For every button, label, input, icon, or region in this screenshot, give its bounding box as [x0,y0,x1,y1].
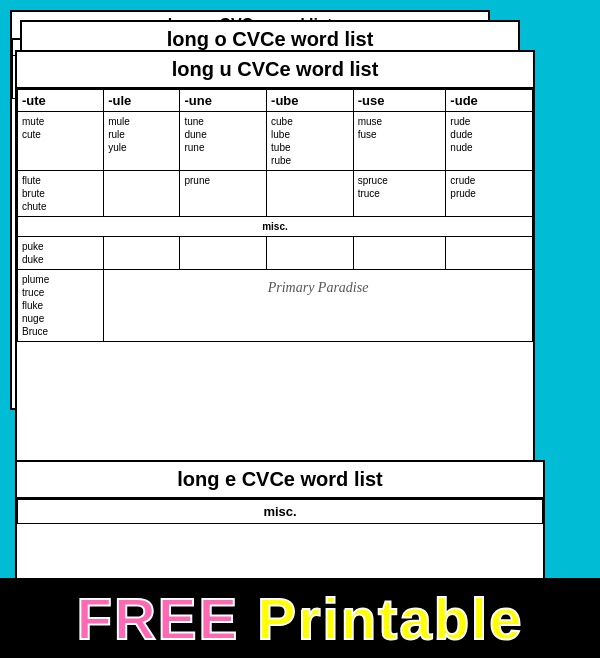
cell-empty-misc5 [446,237,533,270]
col-ude: -ude [446,90,533,112]
misc-row: misc. [18,217,533,237]
cell-ube-2 [267,171,354,217]
free-printable-banner: FREE Printable [0,578,600,658]
long-u-title: long u CVCe word list [17,52,533,89]
cell-empty-misc3 [267,237,354,270]
cell-ude-1: rudedudenude [446,112,533,171]
long-u-table: -ute -ule -une -ube -use -ude mutecute m… [17,89,533,342]
space-text [239,585,257,652]
brand-name: Primary Paradise [108,273,528,303]
cell-use-2: sprucetruce [353,171,446,217]
cell-misc-words2: plumetruceflukenugeBruce [18,270,104,342]
cell-empty-misc [104,237,180,270]
printable-text: Printable [257,585,523,652]
cell-empty-misc2 [180,237,267,270]
cell-ube-1: cubelubetuberube [267,112,354,171]
cell-ude-2: crudeprude [446,171,533,217]
col-use: -use [353,90,446,112]
brand-cell: Primary Paradise [104,270,533,342]
cell-ute-2: flutebrutechute [18,171,104,217]
cell-ule-2 [104,171,180,217]
cell-use-1: musefuse [353,112,446,171]
cell-une-2: prune [180,171,267,217]
col-ule: -ule [104,90,180,112]
cell-une-1: tunedunerune [180,112,267,171]
col-ube: -ube [267,90,354,112]
cell-empty-misc4 [353,237,446,270]
col-une: -une [180,90,267,112]
col-ute: -ute [18,90,104,112]
long-e-title: long e CVCe word list [17,462,543,499]
cell-ule-1: muleruleyule [104,112,180,171]
long-u-card: long u CVCe word list -ute -ule -une -ub… [15,50,535,500]
free-text: FREE [77,585,240,652]
cell-ute-1: mutecute [18,112,104,171]
long-e-misc: misc. [17,499,543,524]
cell-misc-words: pukeduke [18,237,104,270]
